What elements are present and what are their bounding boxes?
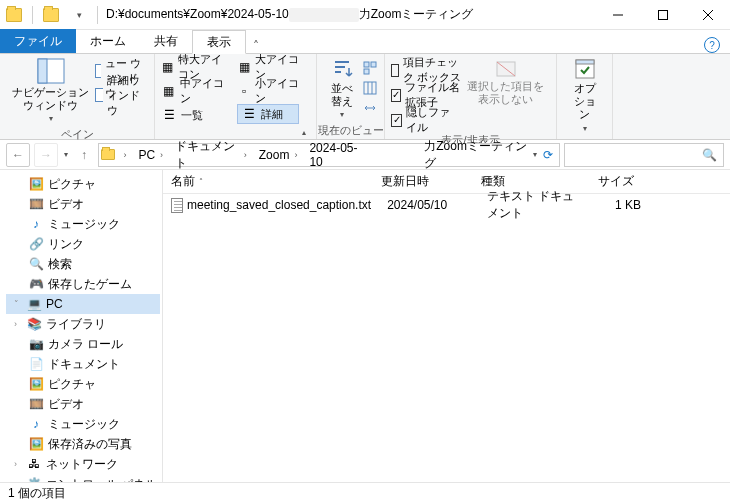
tree-pc[interactable]: ˅💻PC [6,294,160,314]
videos-icon: 🎞️ [28,196,44,212]
tree-documents[interactable]: 📄ドキュメント [6,354,160,374]
recent-dropdown[interactable]: ▾ [62,150,70,159]
svg-rect-11 [371,62,376,67]
options-button[interactable]: オプション ▾ [563,56,606,135]
layout-medium[interactable]: ▦中アイコン [161,80,233,102]
minimize-button[interactable] [595,0,640,30]
add-columns-icon[interactable] [362,80,378,96]
ribbon-collapse-icon[interactable]: ˄ [246,39,266,53]
crumb-date[interactable]: 2024-05-10力Zoomミーティング [305,144,531,166]
checkbox-file-ext[interactable]: ✓ファイル名拡張子 [391,84,461,106]
links-icon: 🔗 [28,236,44,252]
address-bar[interactable]: › PC› ドキュメント› Zoom› 2024-05-10力Zoomミーティン… [98,143,560,167]
col-size[interactable]: サイズ [583,170,643,193]
network-icon: 🖧 [26,456,42,472]
sort-asc-icon: ˄ [199,177,203,186]
tree-links[interactable]: 🔗リンク [6,234,160,254]
tree-music[interactable]: ♪ミュージック [6,214,160,234]
ribbon: ナビゲーション ウィンドウ ▾ プレビュー ウィンドウ 詳細ウィンドウ ペイン … [0,54,730,140]
tree-savedpics[interactable]: 🖼️保存済みの写真 [6,434,160,454]
checkbox-hidden-files[interactable]: ✓隠しファイル [391,109,461,131]
file-row[interactable]: meeting_saved_closed_caption.txt 2024/05… [163,194,730,216]
tree-cameraroll[interactable]: 📷カメラ ロール [6,334,160,354]
svg-rect-13 [364,82,376,94]
crumb-documents[interactable]: ドキュメント› [171,144,253,166]
titlebar: ▾ D:¥documents¥Zoom¥2024-05-10力Zoomミーティン… [0,0,730,30]
tab-share[interactable]: 共有 [140,29,192,53]
tree-libraries[interactable]: ›📚ライブラリ [6,314,160,334]
window-icon-folder [0,8,28,22]
col-date[interactable]: 更新日時 [373,170,473,193]
qat-icon[interactable] [37,8,65,22]
file-list[interactable]: 名前˄ 更新日時 種類 サイズ meeting_saved_closed_cap… [163,170,730,482]
hide-selected-icon [495,58,517,78]
pc-icon: 💻 [26,296,42,312]
icon-list-icon: ☰ [161,107,177,123]
group-by-icon[interactable] [362,60,378,76]
navigation-pane-icon [37,58,65,84]
tree-pictures2[interactable]: 🖼️ピクチャ [6,374,160,394]
details-pane-icon [95,88,103,102]
col-name[interactable]: 名前˄ [163,170,373,193]
tree-controlpanel[interactable]: ›⚙️コントロール パネル [6,474,160,482]
refresh-button[interactable]: ⟳ [543,148,553,162]
layout-scroll-up-icon[interactable]: ▴ [302,128,310,137]
tree-savedgames[interactable]: 🎮保存したゲーム [6,274,160,294]
videos2-icon: 🎞️ [28,396,44,412]
sort-button[interactable]: 並べ替え ▾ [323,56,360,121]
crumb-zoom[interactable]: Zoom› [255,144,304,166]
address-folder-icon [101,147,115,163]
navigation-pane-button[interactable]: ナビゲーション ウィンドウ ▾ [6,56,95,125]
window-title: D:¥documents¥Zoom¥2024-05-10力Zoomミーティング [102,6,595,23]
tree-videos[interactable]: 🎞️ビデオ [6,194,160,214]
qat-dropdown[interactable]: ▾ [65,10,93,20]
layout-extra-large[interactable]: ▦特大アイコン [161,56,233,78]
hide-selected-button[interactable]: 選択した項目を 表示しない [461,56,550,108]
tree-music2[interactable]: ♪ミュージック [6,414,160,434]
sort-icon [331,58,353,80]
search-icon: 🔍 [702,148,717,162]
tree-view[interactable]: 🖼️ピクチャ 🎞️ビデオ ♪ミュージック 🔗リンク 🔍検索 🎮保存したゲーム ˅… [0,170,163,482]
svg-rect-12 [364,69,369,74]
icon-xl-icon: ▦ [161,59,174,75]
tree-network[interactable]: ›🖧ネットワーク [6,454,160,474]
checkbox-item-check[interactable]: 項目チェック ボックス [391,59,461,81]
close-button[interactable] [685,0,730,30]
size-columns-icon[interactable] [362,100,378,116]
maximize-button[interactable] [640,0,685,30]
tab-view[interactable]: 表示 [192,30,246,54]
pictures-icon: 🖼️ [28,176,44,192]
details-pane-button[interactable]: 詳細ウィンドウ [95,84,148,106]
text-file-icon [171,198,183,213]
music-icon: ♪ [28,216,44,232]
music2-icon: ♪ [28,416,44,432]
tree-search[interactable]: 🔍検索 [6,254,160,274]
layout-details[interactable]: ☰詳細 [237,104,299,124]
svg-rect-1 [658,10,667,19]
layout-small[interactable]: ▫小アイコン [237,80,305,102]
tree-videos2[interactable]: 🎞️ビデオ [6,394,160,414]
help-icon[interactable]: ? [704,37,720,53]
options-icon [573,58,597,80]
layout-list[interactable]: ☰一覧 [161,104,233,126]
status-bar: 1 個の項目 [0,482,730,504]
address-dropdown[interactable]: ▾ [533,150,537,159]
search-box[interactable]: 🔍 [564,143,724,167]
controlpanel-icon: ⚙️ [26,476,42,482]
status-text: 1 個の項目 [8,485,66,502]
tab-file[interactable]: ファイル [0,29,76,53]
savedpics-icon: 🖼️ [28,436,44,452]
documents-icon: 📄 [28,356,44,372]
svg-rect-19 [576,60,594,64]
layout-large[interactable]: ▦大アイコン [237,56,305,78]
up-button[interactable]: ↑ [74,143,94,167]
icon-s-icon: ▫ [237,83,251,99]
back-button[interactable]: ← [6,143,30,167]
cameraroll-icon: 📷 [28,336,44,352]
crumb-pc[interactable]: PC› [134,144,169,166]
tree-pictures[interactable]: 🖼️ピクチャ [6,174,160,194]
navigation-row: ← → ▾ ↑ › PC› ドキュメント› Zoom› 2024-05-10力Z… [0,140,730,170]
forward-button[interactable]: → [34,143,58,167]
tab-home[interactable]: ホーム [76,29,140,53]
search-folder-icon: 🔍 [28,256,44,272]
